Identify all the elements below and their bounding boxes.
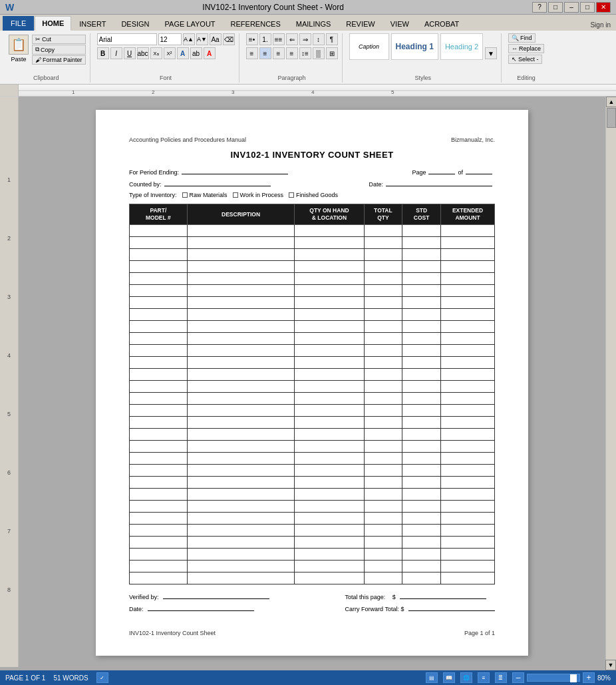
- superscript-button[interactable]: X²: [164, 47, 176, 59]
- table-cell: [441, 501, 495, 513]
- table-cell: [130, 393, 188, 405]
- text-highlight-button[interactable]: ab: [190, 47, 202, 59]
- tab-references[interactable]: REFERENCES: [224, 16, 288, 31]
- tab-view[interactable]: VIEW: [383, 16, 416, 31]
- font-name-input[interactable]: [97, 33, 157, 45]
- table-cell: [130, 572, 188, 584]
- zoom-out-button[interactable]: –: [512, 672, 524, 683]
- bold-button[interactable]: B: [97, 47, 109, 59]
- outline-button[interactable]: ≡: [478, 672, 490, 683]
- font-color-button[interactable]: A: [204, 47, 216, 59]
- col-header-part: PART/MODEL #: [130, 204, 188, 225]
- clear-format-button[interactable]: ⌫: [223, 33, 235, 45]
- subscript-button[interactable]: X₂: [150, 47, 162, 59]
- zoom-slider[interactable]: [527, 674, 580, 682]
- scroll-track[interactable]: ▲ ▼: [605, 97, 616, 667]
- table-cell: [187, 237, 295, 249]
- table-row: [130, 477, 495, 489]
- style-heading2[interactable]: Heading 2: [440, 33, 483, 60]
- table-cell: [295, 417, 364, 429]
- minimize-button[interactable]: –: [564, 2, 579, 13]
- style-heading1[interactable]: Heading 1: [391, 33, 438, 60]
- scroll-up-button[interactable]: ▲: [606, 97, 616, 107]
- change-case-button[interactable]: Aa: [210, 33, 222, 45]
- window-title: INV102-1 Inventory Count Sheet - Word: [14, 3, 532, 12]
- line-spacing-button[interactable]: ↕≡: [299, 47, 311, 59]
- bullets-button[interactable]: ≡•: [246, 33, 258, 45]
- numbering-button[interactable]: 1.: [259, 33, 271, 45]
- cut-button[interactable]: ✂ Cut: [32, 35, 86, 44]
- table-row: [130, 345, 495, 357]
- table-cell: [295, 369, 364, 381]
- tab-page-layout[interactable]: PAGE LAYOUT: [158, 16, 223, 31]
- strikethrough-button[interactable]: abc: [137, 47, 149, 59]
- col-header-qty: QTY ON HAND& LOCATION: [295, 204, 364, 225]
- table-cell: [402, 465, 441, 477]
- maximize-button[interactable]: □: [580, 2, 595, 13]
- text-effects-button[interactable]: A: [177, 47, 189, 59]
- svg-text:5: 5: [391, 89, 394, 95]
- format-painter-button[interactable]: 🖌 Format Painter: [32, 55, 86, 65]
- proofing-button[interactable]: ✓: [96, 672, 108, 683]
- table-cell: [364, 513, 402, 525]
- style-caption[interactable]: Caption: [349, 33, 389, 60]
- select-button[interactable]: ↖ Select -: [508, 55, 542, 64]
- scroll-thumb[interactable]: [607, 108, 616, 128]
- table-cell: [402, 393, 441, 405]
- full-reading-button[interactable]: 📖: [443, 672, 455, 683]
- tab-file[interactable]: FILE: [3, 16, 34, 31]
- table-cell: [402, 489, 441, 501]
- sign-in-link[interactable]: Sign in: [585, 19, 616, 31]
- help-button[interactable]: ?: [532, 2, 547, 13]
- find-button[interactable]: 🔍 Find: [508, 33, 536, 43]
- justify-button[interactable]: ≡: [286, 47, 298, 59]
- table-cell: [295, 561, 364, 572]
- underline-button[interactable]: U: [124, 47, 136, 59]
- table-cell: [295, 525, 364, 537]
- footer-date-label: Date:: [129, 606, 144, 612]
- multilevel-list-button[interactable]: ≡≡: [273, 33, 285, 45]
- copy-button[interactable]: ⧉ Copy: [32, 45, 86, 55]
- grow-font-button[interactable]: A▲: [183, 33, 195, 45]
- table-cell: [187, 321, 295, 333]
- table-cell: [187, 537, 295, 549]
- close-button[interactable]: ✕: [596, 2, 611, 13]
- verified-by-line: [163, 592, 269, 599]
- decrease-indent-button[interactable]: ⇐: [286, 33, 298, 45]
- increase-indent-button[interactable]: ⇒: [299, 33, 311, 45]
- styles-expand-button[interactable]: ▼: [485, 47, 497, 59]
- table-cell: [402, 309, 441, 321]
- italic-button[interactable]: I: [110, 47, 122, 59]
- print-layout-button[interactable]: ▤: [426, 672, 438, 683]
- replace-button[interactable]: ↔ Replace: [508, 44, 544, 53]
- tab-design[interactable]: DESIGN: [114, 16, 156, 31]
- scroll-down-button[interactable]: ▼: [605, 660, 616, 667]
- word-icon: W: [5, 2, 14, 13]
- table-cell: [402, 417, 441, 429]
- borders-button[interactable]: ⊞: [326, 47, 338, 59]
- web-layout-button[interactable]: 🌐: [460, 672, 472, 683]
- align-right-button[interactable]: ≡: [273, 47, 285, 59]
- ribbon-collapse-button[interactable]: □: [548, 2, 563, 13]
- show-hide-button[interactable]: ¶: [326, 33, 338, 45]
- font-size-input[interactable]: [158, 33, 182, 45]
- align-center-button[interactable]: ≡: [259, 47, 271, 59]
- tab-mailings[interactable]: MAILINGS: [289, 16, 339, 31]
- shading-button[interactable]: ▒: [313, 47, 325, 59]
- table-cell: [130, 381, 188, 393]
- tab-insert[interactable]: INSERT: [72, 16, 113, 31]
- zoom-in-button[interactable]: +: [583, 672, 595, 683]
- shrink-font-button[interactable]: A▼: [196, 33, 208, 45]
- sort-button[interactable]: ↕: [313, 33, 325, 45]
- tab-acrobat[interactable]: ACROBAT: [417, 16, 466, 31]
- of-total-line: [466, 168, 492, 174]
- tab-home[interactable]: HOME: [35, 16, 71, 31]
- draft-button[interactable]: ≣: [495, 672, 507, 683]
- tab-review[interactable]: REVIEW: [339, 16, 382, 31]
- table-cell: [130, 333, 188, 345]
- table-row: [130, 441, 495, 453]
- paste-button[interactable]: 📋 Paste: [7, 33, 31, 64]
- page-area[interactable]: Accounting Policies and Procedures Manua…: [19, 97, 605, 667]
- align-left-button[interactable]: ≡: [246, 47, 258, 59]
- raw-materials-check: [182, 192, 188, 198]
